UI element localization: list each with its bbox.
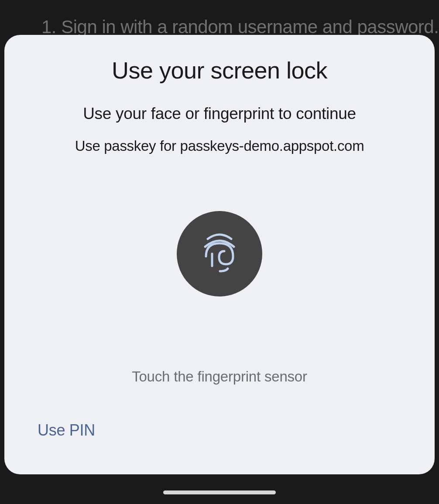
fingerprint-hint-text: Touch the fingerprint sensor [31,368,408,385]
dialog-subtitle: Use your face or fingerprint to continue [31,105,408,123]
use-pin-button[interactable]: Use PIN [31,421,408,453]
fingerprint-sensor-button[interactable] [177,211,262,296]
dialog-title: Use your screen lock [31,57,408,84]
biometric-prompt-sheet: Use your screen lock Use your face or fi… [4,35,435,474]
fingerprint-icon [200,231,239,276]
dialog-description: Use passkey for passkeys-demo.appspot.co… [31,138,408,154]
navigation-handle[interactable] [163,490,276,494]
backdrop-instruction-text: 1. Sign in with a random username and pa… [41,17,439,37]
